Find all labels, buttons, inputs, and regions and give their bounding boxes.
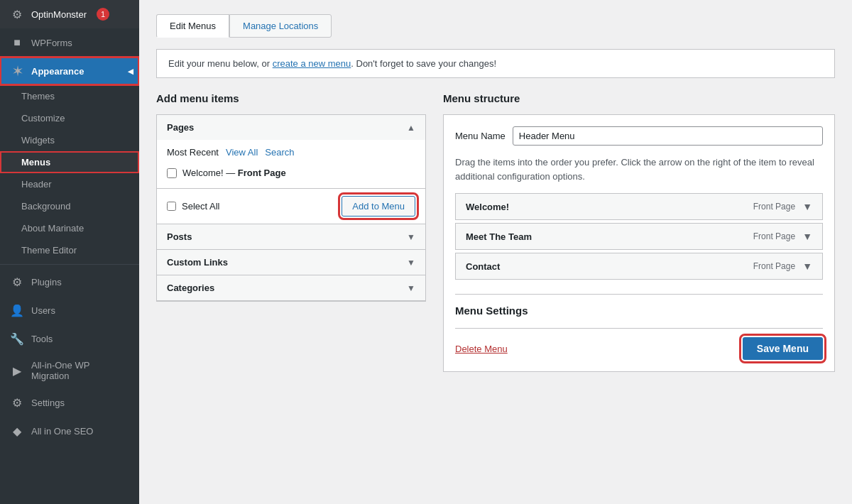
add-menu-items-panel: Add menu items Pages ▲ Most Recent View … — [156, 92, 426, 302]
users-icon: 👤 — [10, 303, 24, 317]
categories-chevron-icon: ▼ — [407, 283, 415, 293]
menu-item-meet-the-team[interactable]: Meet The Team Front Page ▼ — [455, 223, 823, 250]
optinmonster-badge: 1 — [97, 8, 109, 21]
custom-links-header[interactable]: Custom Links ▼ — [157, 250, 425, 275]
menu-item-welcome-chevron-icon[interactable]: ▼ — [802, 201, 812, 212]
categories-header[interactable]: Categories ▼ — [157, 275, 425, 300]
sidebar-item-tools[interactable]: 🔧 Tools — [0, 324, 139, 353]
sidebar-item-themes[interactable]: Themes — [0, 85, 139, 107]
save-menu-button[interactable]: Save Menu — [743, 337, 823, 360]
custom-links-label: Custom Links — [167, 257, 228, 268]
two-column-layout: Add menu items Pages ▲ Most Recent View … — [156, 92, 835, 372]
menu-item-contact-name: Contact — [466, 261, 500, 272]
info-text: Edit your menu below, or — [168, 58, 273, 69]
menu-name-row: Menu Name — [455, 126, 823, 146]
page-checkbox-welcome[interactable] — [167, 168, 177, 178]
page-item-welcome: Welcome! — Front Page — [167, 165, 415, 181]
sidebar: ⚙ OptinMonster 1 ■ WPForms ✶ Appearance … — [0, 0, 139, 504]
menu-item-meet-tag: Front Page — [753, 231, 795, 241]
menu-item-contact-right: Front Page ▼ — [753, 261, 812, 272]
select-all-checkbox[interactable] — [167, 202, 176, 211]
add-items-panel: Pages ▲ Most Recent View All Search — [156, 114, 426, 302]
pages-tab-recent[interactable]: Most Recent — [167, 147, 219, 158]
optinmonster-icon: ⚙ — [10, 7, 24, 21]
pages-section: Pages ▲ Most Recent View All Search — [157, 115, 425, 224]
create-new-menu-link[interactable]: create a new menu — [273, 58, 351, 69]
add-menu-row: Select All Add to Menu — [157, 188, 425, 224]
menu-items-list: Welcome! Front Page ▼ Meet The Team Fron… — [455, 193, 823, 280]
menu-item-meet-chevron-icon[interactable]: ▼ — [802, 231, 812, 242]
sidebar-item-optinmonster[interactable]: ⚙ OptinMonster 1 — [0, 0, 139, 28]
appearance-icon: ✶ — [10, 64, 24, 78]
pages-section-body: Most Recent View All Search Welcome! — F… — [157, 140, 425, 188]
sidebar-item-users[interactable]: 👤 Users — [0, 296, 139, 324]
drag-hint: Drag the items into the order you prefer… — [455, 155, 823, 183]
custom-links-section: Custom Links ▼ — [157, 250, 425, 275]
menu-structure-title: Menu structure — [443, 92, 835, 104]
posts-section-label: Posts — [167, 231, 192, 242]
sidebar-item-background[interactable]: Background — [0, 195, 139, 217]
add-menu-items-title: Add menu items — [156, 92, 426, 104]
menu-footer: Delete Menu Save Menu — [455, 328, 823, 360]
posts-chevron-icon: ▼ — [407, 232, 415, 242]
tab-edit-menus[interactable]: Edit Menus — [156, 14, 229, 38]
info-box: Edit your menu below, or create a new me… — [156, 49, 835, 78]
sidebar-item-appearance[interactable]: ✶ Appearance ◀ — [0, 57, 139, 85]
menu-structure-content: Menu Name Drag the items into the order … — [443, 114, 835, 372]
categories-label: Categories — [167, 283, 214, 293]
select-all-label: Select All — [167, 201, 219, 212]
sidebar-item-allinone[interactable]: ▶ All-in-One WP Migration — [0, 353, 139, 388]
pages-section-label: Pages — [167, 122, 194, 133]
menu-item-welcome-right: Front Page ▼ — [753, 201, 812, 212]
menu-settings-title: Menu Settings — [455, 294, 823, 317]
allinone-icon: ▶ — [10, 363, 24, 378]
allinoneseo-icon: ◆ — [10, 424, 24, 438]
pages-tabs: Most Recent View All Search — [167, 147, 415, 158]
menu-item-welcome-name: Welcome! — [466, 202, 509, 212]
menu-item-contact-chevron-icon[interactable]: ▼ — [802, 261, 812, 272]
menu-item-welcome[interactable]: Welcome! Front Page ▼ — [455, 193, 823, 220]
sidebar-item-wpforms[interactable]: ■ WPForms — [0, 28, 139, 57]
sidebar-item-theme-editor[interactable]: Theme Editor — [0, 239, 139, 261]
appearance-arrow-icon: ◀ — [128, 67, 133, 75]
tools-icon: 🔧 — [10, 332, 24, 346]
sidebar-item-plugins[interactable]: ⚙ Plugins — [0, 268, 139, 296]
menu-item-meet-right: Front Page ▼ — [753, 231, 812, 242]
categories-section: Categories ▼ — [157, 275, 425, 301]
plugins-icon: ⚙ — [10, 275, 24, 289]
sidebar-item-allinoneseo[interactable]: ◆ All in One SEO — [0, 417, 139, 445]
info-text2: . Don't forget to save your changes! — [351, 58, 496, 69]
pages-section-header[interactable]: Pages ▲ — [157, 115, 425, 140]
pages-chevron-up-icon: ▲ — [407, 123, 415, 133]
posts-section: Posts ▼ — [157, 224, 425, 250]
menu-name-label: Menu Name — [455, 131, 506, 141]
main-content: Edit Menus Manage Locations Edit your me… — [139, 0, 852, 504]
page-item-label: Welcome! — Front Page — [182, 168, 286, 178]
menu-structure-panel: Menu structure Menu Name Drag the items … — [443, 92, 835, 372]
sidebar-item-settings[interactable]: ⚙ Settings — [0, 388, 139, 417]
settings-icon: ⚙ — [10, 395, 24, 410]
custom-links-chevron-icon: ▼ — [407, 258, 415, 268]
sidebar-item-about[interactable]: About Marinate — [0, 217, 139, 239]
menu-item-contact[interactable]: Contact Front Page ▼ — [455, 253, 823, 280]
content-area: Edit Menus Manage Locations Edit your me… — [139, 0, 852, 504]
pages-tab-viewall[interactable]: View All — [226, 147, 258, 158]
posts-section-header[interactable]: Posts ▼ — [157, 224, 425, 249]
menu-item-meet-name: Meet The Team — [466, 231, 532, 242]
sidebar-item-widgets[interactable]: Widgets — [0, 129, 139, 151]
tab-manage-locations[interactable]: Manage Locations — [229, 14, 332, 38]
delete-menu-link[interactable]: Delete Menu — [455, 344, 508, 354]
menu-name-input[interactable] — [513, 126, 823, 146]
menu-item-welcome-tag: Front Page — [753, 202, 795, 212]
wpforms-icon: ■ — [10, 35, 24, 50]
menu-item-contact-tag: Front Page — [753, 261, 795, 271]
sidebar-item-customize[interactable]: Customize — [0, 107, 139, 129]
add-to-menu-button[interactable]: Add to Menu — [342, 196, 415, 217]
pages-tab-search[interactable]: Search — [265, 147, 294, 158]
sidebar-item-menus[interactable]: Menus — [0, 151, 139, 173]
tab-bar: Edit Menus Manage Locations — [156, 14, 835, 38]
sidebar-item-header[interactable]: Header — [0, 173, 139, 195]
